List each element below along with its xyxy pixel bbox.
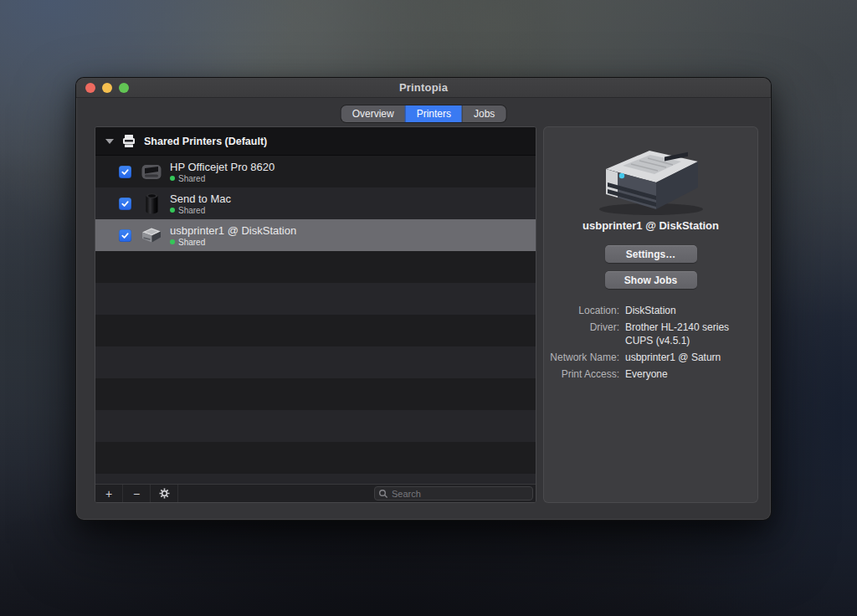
- field-value: DiskStation: [625, 305, 676, 316]
- detail-fields: Location: DiskStation Driver: Brother HL…: [544, 305, 749, 385]
- search-input[interactable]: [392, 487, 531, 500]
- tab-printers[interactable]: Printers: [405, 105, 462, 122]
- segmented-control: Overview Printers Jobs: [341, 105, 506, 122]
- field-label: Location:: [544, 305, 625, 316]
- printer-group-icon: [121, 134, 136, 148]
- printer-detail-panel: usbprinter1 @ DiskStation Settings… Show…: [543, 126, 758, 503]
- share-checkbox[interactable]: [119, 166, 131, 178]
- check-icon: [121, 231, 130, 240]
- group-header-label: Shared Printers (Default): [144, 136, 267, 147]
- row-text: usbprinter1 @ DiskStation Shared: [170, 224, 296, 247]
- search-field: [374, 486, 533, 501]
- row-text: HP Officejet Pro 8620 Shared: [170, 161, 275, 183]
- status-label: Shared: [178, 238, 205, 247]
- printopia-window: Printopia Overview Printers Jobs Sha: [75, 77, 772, 521]
- laser-printer-icon: [140, 223, 163, 247]
- settings-button[interactable]: Settings…: [605, 245, 697, 263]
- group-header-shared-printers[interactable]: Shared Printers (Default): [95, 127, 536, 156]
- disclosure-triangle-icon[interactable]: [105, 139, 114, 144]
- field-print-access: Print Access: Everyone: [544, 368, 749, 380]
- printer-row-usbprinter1[interactable]: usbprinter1 @ DiskStation Shared: [95, 219, 536, 251]
- check-icon: [121, 167, 130, 177]
- field-value: usbprinter1 @ Saturn: [625, 352, 721, 363]
- field-label: Network Name:: [544, 352, 625, 363]
- mac-pro-icon: [140, 192, 163, 215]
- field-value: CUPS (v4.5.1): [625, 335, 690, 346]
- share-checkbox[interactable]: [119, 229, 131, 242]
- status-dot-icon: [170, 176, 175, 181]
- printer-name: HP Officejet Pro 8620: [170, 161, 275, 173]
- field-value: Everyone: [625, 368, 668, 380]
- field-value: Brother HL-2140 series: [625, 321, 729, 333]
- add-printer-button[interactable]: +: [95, 485, 123, 502]
- printer-status: Shared: [170, 238, 296, 247]
- desktop-wallpaper: Printopia Overview Printers Jobs Sha: [0, 0, 857, 616]
- inkjet-printer-icon: [140, 160, 163, 183]
- printer-status: Shared: [170, 206, 231, 215]
- printer-name: usbprinter1 @ DiskStation: [170, 224, 296, 237]
- action-gear-button[interactable]: [151, 485, 178, 502]
- field-location: Location: DiskStation: [544, 305, 749, 316]
- list-toolbar: + −: [95, 484, 536, 502]
- search-icon: [378, 489, 388, 499]
- field-driver: Driver: Brother HL-2140 series: [544, 321, 749, 333]
- row-text: Send to Mac Shared: [170, 192, 231, 215]
- show-jobs-button[interactable]: Show Jobs: [605, 271, 697, 289]
- printer-photo: [584, 141, 718, 216]
- status-label: Shared: [178, 206, 205, 215]
- field-label: [544, 335, 625, 346]
- printer-row-hp-officejet[interactable]: HP Officejet Pro 8620 Shared: [95, 156, 536, 187]
- tab-strip: Overview Printers Jobs: [76, 98, 771, 126]
- empty-row-stripes: [95, 251, 536, 484]
- status-dot-icon: [170, 239, 175, 244]
- gear-icon: [159, 488, 170, 499]
- field-driver-cups: CUPS (v4.5.1): [544, 335, 749, 346]
- check-icon: [121, 199, 130, 208]
- detail-printer-title: usbprinter1 @ DiskStation: [544, 219, 757, 232]
- title-bar[interactable]: Printopia: [76, 78, 771, 98]
- printer-row-send-to-mac[interactable]: Send to Mac Shared: [95, 187, 536, 219]
- window-title: Printopia: [76, 78, 771, 98]
- field-network-name: Network Name: usbprinter1 @ Saturn: [544, 352, 749, 363]
- status-dot-icon: [170, 208, 175, 213]
- field-label: Driver:: [544, 321, 625, 333]
- status-label: Shared: [178, 174, 205, 183]
- tab-overview[interactable]: Overview: [341, 105, 405, 122]
- printer-status: Shared: [170, 174, 275, 183]
- share-checkbox[interactable]: [119, 198, 131, 210]
- tab-jobs[interactable]: Jobs: [462, 105, 505, 122]
- printer-list-panel: Shared Printers (Default) H: [95, 126, 536, 503]
- printer-name: Send to Mac: [170, 192, 231, 205]
- field-label: Print Access:: [544, 368, 625, 380]
- remove-printer-button[interactable]: −: [123, 485, 151, 502]
